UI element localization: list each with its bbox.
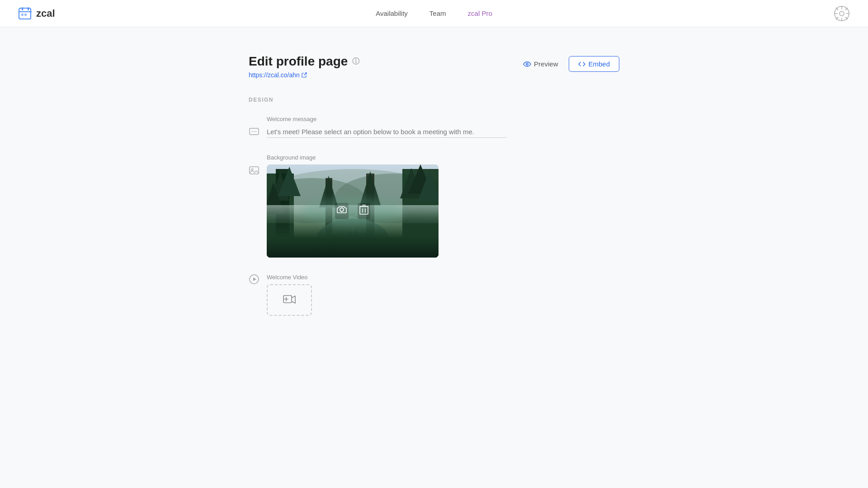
preview-label: Preview — [534, 60, 558, 68]
nav-availability[interactable]: Availability — [376, 9, 408, 17]
play-icon — [249, 274, 259, 285]
nav-center: Availability Team zcal Pro — [376, 9, 492, 17]
svg-line-45 — [359, 230, 362, 253]
background-image-content: Background image — [267, 154, 619, 258]
page-title-block: Edit profile page ⓘ https://zcal.co/ahn — [249, 54, 359, 79]
welcome-message-content: Welcome message — [267, 116, 619, 138]
logo-icon — [18, 6, 33, 21]
background-image-row: Background image — [249, 154, 619, 258]
eye-icon — [523, 60, 531, 68]
svg-marker-54 — [253, 277, 256, 281]
main-content: Edit profile page ⓘ https://zcal.co/ahn — [231, 27, 637, 343]
svg-point-16 — [526, 63, 528, 65]
add-video-icon — [283, 295, 296, 305]
background-image-label: Background image — [267, 154, 619, 161]
image-icon-wrapper — [249, 165, 259, 176]
external-link-icon — [302, 72, 307, 78]
embed-label: Embed — [588, 60, 610, 68]
svg-point-7 — [840, 11, 844, 16]
page-title-text: Edit profile page — [249, 54, 348, 69]
svg-point-19 — [254, 131, 255, 132]
svg-point-41 — [316, 219, 389, 258]
page-title: Edit profile page ⓘ — [249, 54, 359, 69]
video-icon-wrapper — [249, 274, 259, 285]
image-icon — [249, 165, 259, 176]
image-delete-icon[interactable] — [358, 203, 370, 219]
svg-rect-4 — [21, 14, 24, 16]
code-icon — [578, 61, 585, 68]
svg-point-47 — [340, 208, 344, 211]
image-replace-icon[interactable] — [335, 203, 349, 219]
background-image-preview[interactable] — [267, 164, 439, 258]
brand-logo[interactable]: zcal — [18, 6, 55, 21]
design-section: DESIGN Welcome message — [249, 97, 619, 316]
nav-team[interactable]: Team — [429, 9, 446, 17]
welcome-message-row: Welcome message — [249, 116, 619, 138]
image-overlay — [335, 203, 370, 219]
page-header: Edit profile page ⓘ https://zcal.co/ahn — [249, 54, 619, 79]
svg-point-22 — [251, 169, 253, 170]
svg-rect-1 — [22, 7, 23, 10]
svg-rect-46 — [267, 248, 439, 258]
preview-button[interactable]: Preview — [518, 56, 563, 72]
svg-rect-21 — [250, 167, 259, 174]
nav-pro[interactable]: zcal Pro — [468, 9, 492, 17]
add-video-button[interactable] — [267, 284, 312, 316]
welcome-video-content: Welcome Video — [267, 274, 619, 316]
help-icon[interactable]: ⓘ — [352, 57, 359, 66]
welcome-video-label: Welcome Video — [267, 274, 619, 281]
svg-rect-48 — [360, 206, 368, 214]
message-icon-wrapper — [249, 127, 259, 137]
design-section-label: DESIGN — [249, 97, 619, 103]
brand-name: zcal — [36, 8, 55, 19]
navbar-right — [834, 5, 850, 22]
welcome-message-input[interactable] — [267, 126, 506, 138]
svg-line-43 — [344, 230, 346, 253]
svg-rect-2 — [28, 7, 29, 10]
message-icon — [249, 127, 259, 137]
profile-url-text: https://zcal.co/ahn — [249, 71, 300, 79]
profile-url-link[interactable]: https://zcal.co/ahn — [249, 71, 359, 79]
page-actions: Preview Embed — [518, 56, 619, 72]
embed-button[interactable]: Embed — [569, 56, 619, 72]
svg-rect-5 — [24, 14, 27, 16]
welcome-video-row: Welcome Video — [249, 274, 619, 316]
svg-point-42 — [321, 232, 384, 258]
settings-icon[interactable] — [834, 5, 850, 22]
svg-point-18 — [252, 131, 253, 132]
welcome-message-label: Welcome message — [267, 116, 619, 122]
navbar: zcal Availability Team zcal Pro — [0, 0, 868, 27]
svg-point-20 — [255, 131, 256, 132]
